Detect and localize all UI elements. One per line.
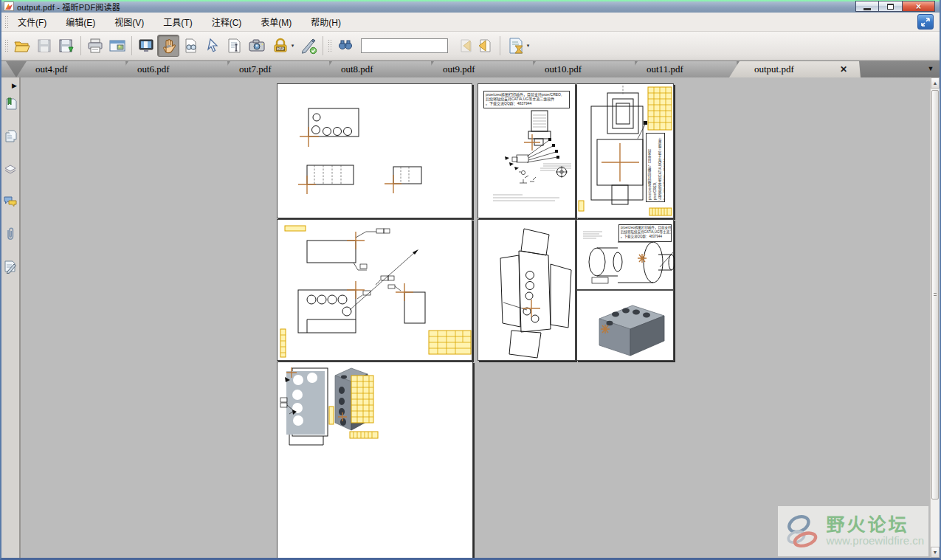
select-icon [205,38,220,54]
open-button[interactable] [11,35,33,57]
comments-panel-button[interactable] [3,194,18,209]
read-mode-button[interactable]: ▾ [503,35,533,57]
arrow-up-icon: ▲ [933,80,938,86]
email-button[interactable] [106,35,128,57]
tab-list-dropdown[interactable]: ▼ [924,63,937,75]
panel-expand-arrow-icon[interactable]: ▶ [12,82,17,89]
fit-window-icon [137,38,155,54]
save-as-button[interactable] [55,35,77,57]
toolbar-grip[interactable] [4,39,8,52]
watermark-title: 野火论坛 [826,515,924,534]
document-viewport[interactable]: proe/creo拆图打印插件，目前支持proe/CREO, 后续将陆续支持CA… [21,77,930,558]
scrollbar-thumb[interactable] [931,90,939,499]
bookmarks-panel-button[interactable] [3,97,18,111]
pdf-page-2: proe/creo拆图打印插件，目前支持proe/CREO, 后续将陆续支持CA… [478,83,576,218]
main-area: ▶ [1,77,940,558]
hand-tool-icon [160,38,176,54]
snapshot-icon [247,38,266,54]
layers-panel-button[interactable] [3,162,18,176]
rms-protect-button[interactable]: RMS ▾ [268,35,297,57]
fullscreen-button[interactable] [917,14,934,30]
plugin-note-vertical: proe/creo拆图打印插件，目前支持proe/CREO, 后续将陆续支持CA… [646,133,665,202]
hand-tool-button[interactable] [157,35,179,57]
bookmark-icon [4,97,17,111]
title-bar[interactable]: output.pdf - 福昕PDF阅读器 × [1,0,940,13]
wildfire-logo-icon [782,510,821,553]
tab-out4[interactable]: out4.pdf [16,61,127,77]
plugin-note-box: proe/creo拆图打印插件，目前支持proe/CREO, 后续将陆续支持CA… [483,91,570,108]
previous-view-icon [454,38,473,54]
next-view-button[interactable] [475,35,497,57]
pdf-page-5 [478,219,576,361]
minimize-button[interactable] [855,1,879,12]
menu-forms[interactable]: 表单(M) [254,13,298,30]
snapshot-button[interactable] [246,35,268,57]
tab-out10[interactable]: out10.pdf [525,61,636,77]
print-icon [86,38,104,54]
zoom-page-icon [182,38,199,54]
foxit-app-icon [4,1,14,11]
signature-page-icon [3,259,18,274]
menu-bar: 文件(F) 编辑(E) 视图(V) 工具(T) 注释(C) 表单(M) 帮助(H… [1,13,940,32]
menu-edit[interactable]: 编辑(E) [59,13,102,30]
select-button[interactable] [201,35,224,57]
tab-out6[interactable]: out6.pdf [118,61,229,77]
vertical-scrollbar[interactable]: ▲ ▼ [930,77,940,558]
save-icon [36,38,52,54]
rms-protect-icon: RMS [272,38,291,54]
tab-out8[interactable]: out8.pdf [322,61,432,77]
pdf-page-7 [576,290,674,361]
close-icon: × [916,2,921,11]
pages-panel-button[interactable] [3,129,18,144]
fit-window-button[interactable] [135,35,157,57]
search-group-grip[interactable] [328,39,331,52]
pdf-page-8 [277,362,473,558]
search-input[interactable] [361,38,448,53]
svg-text:RMS: RMS [277,47,284,51]
restore-button[interactable] [879,1,903,12]
signatures-panel-button[interactable] [3,259,18,274]
close-button[interactable]: × [903,1,935,12]
scroll-down-button[interactable]: ▼ [931,547,940,558]
minimize-icon [864,8,871,10]
menu-comments[interactable]: 注释(C) [205,13,249,30]
watermark-url: www.proewildfire.cn [826,534,924,547]
scroll-up-button[interactable]: ▲ [931,77,940,89]
pdf-page-1 [277,83,472,218]
read-mode-caret[interactable]: ▾ [527,43,530,49]
previous-view-button[interactable] [452,35,475,57]
menu-view[interactable]: 视图(V) [108,13,151,30]
tab-label: out7.pdf [239,63,272,75]
signature-button[interactable] [297,35,320,57]
tab-out11[interactable]: out11.pdf [627,61,738,77]
menu-file[interactable]: 文件(F) [11,13,53,30]
rms-dropdown-caret[interactable]: ▾ [292,43,294,49]
open-icon [13,38,31,54]
pdf-page-3: proe/creo拆图打印插件，目前支持proe/CREO, 后续将陆续支持CA… [576,83,674,218]
paperclip-icon [4,227,16,241]
attachments-panel-button[interactable] [3,227,18,241]
tab-output-active[interactable]: output.pdf ✕ [729,61,861,77]
find-button[interactable] [334,35,356,57]
menubar-grip[interactable] [4,15,8,29]
email-icon [108,38,127,54]
pdf-page-4 [277,219,472,361]
fullscreen-icon [920,17,931,27]
tab-out9[interactable]: out9.pdf [424,61,534,77]
pages-icon [4,130,17,143]
tab-label: out4.pdf [35,63,68,75]
find-icon [337,38,354,54]
print-button[interactable] [84,35,106,57]
comments-icon [3,195,18,208]
tab-close-icon[interactable]: ✕ [840,64,847,75]
navigation-panel-strip: ▶ [1,77,21,558]
select-text-button[interactable] [224,35,246,57]
menu-tools[interactable]: 工具(T) [156,13,199,30]
main-toolbar: RMS ▾ [1,32,940,61]
document-tab-bar: out4.pdf out6.pdf out7.pdf out8.pdf out9… [1,61,940,77]
save-as-icon [58,38,75,54]
save-button[interactable] [33,35,55,57]
zoom-page-button[interactable] [179,35,201,57]
tab-out7[interactable]: out7.pdf [220,61,331,77]
menu-help[interactable]: 帮助(H) [304,13,348,30]
